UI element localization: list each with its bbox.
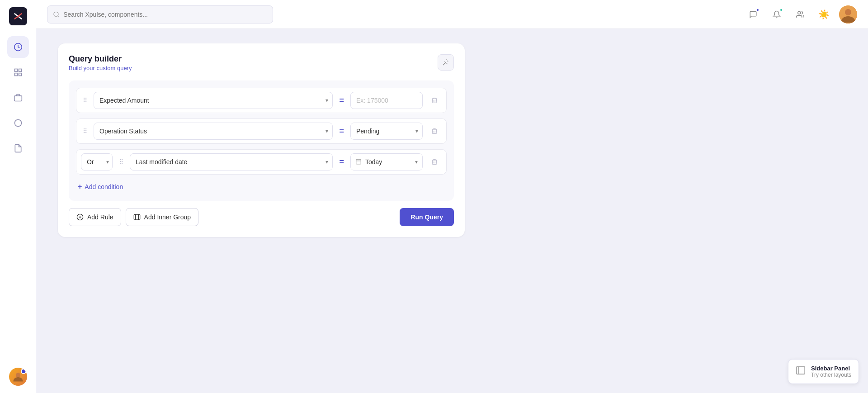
search-input[interactable] xyxy=(63,11,267,18)
run-query-button[interactable]: Run Query xyxy=(400,208,454,226)
sidebar-item-circle[interactable] xyxy=(7,112,29,134)
bell-icon xyxy=(773,10,781,19)
svg-point-9 xyxy=(15,373,20,378)
rules-container: ⠿ Expected Amount Operation Status Last … xyxy=(69,80,454,201)
field-select-1[interactable]: Expected Amount Operation Status Last mo… xyxy=(94,92,333,109)
rule-row-3: Or And ▾ ⠿ Last modified date Expected A… xyxy=(76,149,447,175)
drag-handle-3[interactable]: ⠿ xyxy=(117,158,125,166)
header-actions: ☀️ xyxy=(745,5,857,24)
trash-icon-2 xyxy=(431,128,438,135)
panel-hint-text: Sidebar Panel Try other layouts xyxy=(811,365,851,378)
svg-point-12 xyxy=(798,11,801,14)
plus-icon: + xyxy=(78,183,82,191)
value-select-wrapper-2: Pending Active Closed ▾ xyxy=(350,123,423,140)
users-icon xyxy=(796,10,804,19)
search-bar[interactable] xyxy=(47,5,273,24)
field-select-wrapper-2: Operation Status Expected Amount Last mo… xyxy=(94,123,333,140)
chat-notification-dot xyxy=(756,8,760,12)
trash-icon-3 xyxy=(431,158,438,166)
value-select-2[interactable]: Pending Active Closed xyxy=(350,123,423,140)
svg-rect-5 xyxy=(14,73,17,76)
search-icon xyxy=(53,11,60,18)
circle-plus-icon xyxy=(76,213,84,221)
delete-rule-1[interactable] xyxy=(427,93,442,108)
add-inner-group-label: Add Inner Group xyxy=(144,213,191,221)
operator-2: = xyxy=(337,127,346,136)
field-select-wrapper-3: Last modified date Expected Amount Opera… xyxy=(130,153,333,170)
delete-rule-3[interactable] xyxy=(427,155,442,169)
drag-handle-2[interactable]: ⠿ xyxy=(81,128,89,135)
bell-notification-dot xyxy=(779,8,783,12)
operator-1: = xyxy=(337,96,346,105)
sidebar-panel-hint[interactable]: Sidebar Panel Try other layouts xyxy=(788,359,859,384)
sidebar-item-note[interactable] xyxy=(7,137,29,159)
header: ☀️ xyxy=(36,0,868,29)
panel-hint-title: Sidebar Panel xyxy=(811,365,851,372)
add-condition-label: Add condition xyxy=(85,183,123,190)
sidebar-avatar[interactable] xyxy=(9,368,27,386)
run-query-label: Run Query xyxy=(410,213,443,221)
add-condition-button[interactable]: + Add condition xyxy=(76,180,125,194)
chevron-down-icon: ▾ xyxy=(415,159,418,165)
add-inner-group-button[interactable]: Add Inner Group xyxy=(126,208,199,226)
sidebar-item-grid[interactable] xyxy=(7,62,29,83)
add-rule-label: Add Rule xyxy=(87,213,113,221)
sidebar xyxy=(0,0,36,393)
drag-handle-1[interactable]: ⠿ xyxy=(81,97,89,104)
card-subtitle: Build your custom query xyxy=(69,65,132,71)
value-input-1[interactable] xyxy=(350,92,423,109)
magic-wand-button[interactable] xyxy=(438,54,454,71)
rule-row-2: ⠿ Operation Status Expected Amount Last … xyxy=(76,118,447,144)
main-area: ☀️ Query builder Build your custom query xyxy=(36,0,868,393)
sidebar-item-dashboard[interactable] xyxy=(7,36,29,58)
sidebar-item-briefcase[interactable] xyxy=(7,87,29,109)
svg-rect-23 xyxy=(797,367,805,374)
field-select-2[interactable]: Operation Status Expected Amount Last mo… xyxy=(94,123,333,140)
trash-icon-1 xyxy=(431,97,438,104)
rule-row-1: ⠿ Expected Amount Operation Status Last … xyxy=(76,88,447,113)
svg-rect-4 xyxy=(19,69,21,72)
svg-point-14 xyxy=(845,9,851,15)
add-rule-button[interactable]: Add Rule xyxy=(69,208,121,226)
panel-layout-icon xyxy=(796,365,806,378)
date-input-wrapper[interactable]: Today Yesterday Last 7 days Last 30 days… xyxy=(350,153,423,170)
svg-rect-3 xyxy=(14,69,17,72)
svg-rect-15 xyxy=(356,159,361,164)
svg-rect-22 xyxy=(134,214,140,220)
users-icon-btn[interactable] xyxy=(792,6,808,23)
conjunction-select-wrapper: Or And ▾ xyxy=(81,153,113,170)
query-builder-card: Query builder Build your custom query ⠿ xyxy=(58,43,465,237)
card-title: Query builder xyxy=(69,54,132,64)
group-icon xyxy=(133,213,141,221)
theme-toggle[interactable]: ☀️ xyxy=(816,6,832,23)
svg-line-11 xyxy=(58,15,59,17)
conjunction-select[interactable]: Or And xyxy=(81,153,113,170)
svg-point-8 xyxy=(14,120,21,127)
svg-point-10 xyxy=(54,12,58,16)
svg-rect-6 xyxy=(19,73,21,76)
card-footer: Add Rule Add Inner Group Run Query xyxy=(69,208,454,226)
field-select-wrapper-1: Expected Amount Operation Status Last mo… xyxy=(94,92,333,109)
svg-rect-7 xyxy=(14,96,22,101)
magic-icon xyxy=(442,59,449,66)
chat-icon xyxy=(749,10,757,19)
panel-hint-subtitle: Try other layouts xyxy=(811,372,851,378)
content-area: Query builder Build your custom query ⠿ xyxy=(36,29,868,393)
calendar-icon xyxy=(355,158,362,166)
logo[interactable] xyxy=(9,7,27,25)
card-header: Query builder Build your custom query xyxy=(69,54,454,71)
field-select-3[interactable]: Last modified date Expected Amount Opera… xyxy=(130,153,333,170)
footer-left-buttons: Add Rule Add Inner Group xyxy=(69,208,198,226)
header-avatar[interactable] xyxy=(839,5,857,24)
bell-icon-btn[interactable] xyxy=(769,6,785,23)
card-header-text: Query builder Build your custom query xyxy=(69,54,132,71)
date-select[interactable]: Today Yesterday Last 7 days Last 30 days xyxy=(365,158,411,166)
chat-icon-btn[interactable] xyxy=(745,6,761,23)
delete-rule-2[interactable] xyxy=(427,124,442,138)
operator-3: = xyxy=(337,157,346,167)
